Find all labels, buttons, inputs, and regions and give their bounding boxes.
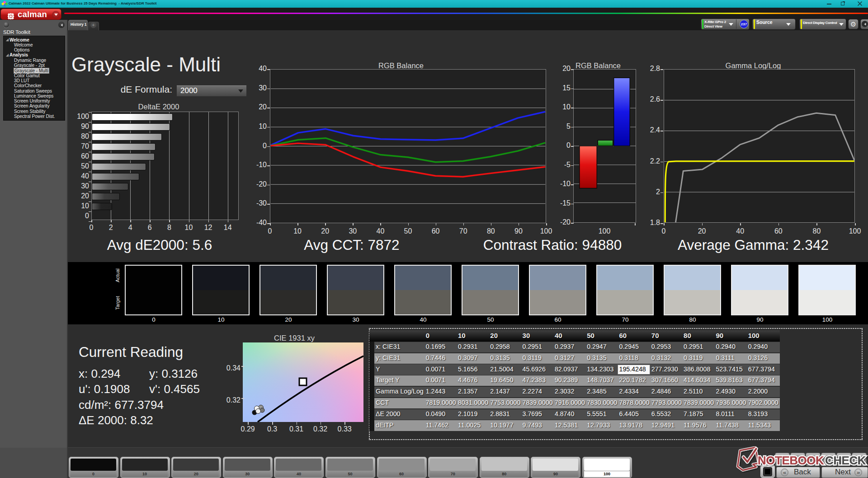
svg-text:NOTEBOOK: NOTEBOOK	[758, 454, 824, 467]
svg-text:CHECK: CHECK	[825, 454, 866, 467]
